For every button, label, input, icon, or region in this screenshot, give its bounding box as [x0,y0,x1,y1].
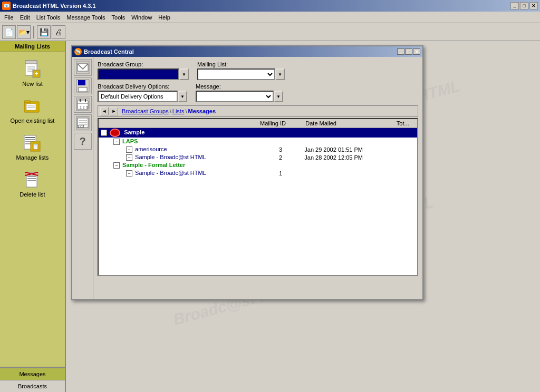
sample-group-icon [110,129,120,137]
broadcast-group-arrow[interactable]: ▼ [179,68,189,80]
sidebar-item-manage-lists[interactable]: 📋 Manage lists [2,130,63,163]
row-name-cell: − amerisource [99,145,258,153]
dialog-close-btn[interactable]: ✕ [413,48,420,55]
svg-text:1 2 3: 1 2 3 [80,105,88,109]
app-icon: 📧 [2,2,11,10]
delivery-options-group: Broadcast Delivery Options: Default Deli… [98,83,187,102]
row-date-cell [303,128,394,138]
table-row[interactable]: ▶ Sample [99,128,417,138]
mailing-list-select[interactable] [197,68,275,80]
expand-amerisource-btn[interactable]: − [126,146,132,153]
col-mailing-id-header: Mailing ID [258,119,303,128]
svg-rect-9 [26,104,36,110]
manage-lists-icon: 📋 [22,132,43,153]
sample-broadcast-label-2: Sample - Broadc@st HTML [135,170,206,176]
row-total-cell [394,145,417,153]
svg-rect-8 [24,101,31,103]
save-button[interactable]: 💾 [37,25,51,39]
message-select[interactable] [196,91,274,102]
dialog-maximize-btn[interactable]: □ [405,48,412,55]
messages-button[interactable]: Messages [0,368,65,380]
schedule-icon[interactable]: 1 2 3 [74,96,92,113]
row-date-cell: Jan 28 2002 12:05 PM [303,153,394,161]
sidebar-item-new-list[interactable]: + New list [2,56,63,89]
list-icon[interactable]: 123 [74,114,92,131]
mailing-list-arrow[interactable]: ▼ [275,68,285,80]
open-existing-list-label: Open existing list [11,117,55,124]
app-title: Broadcast HTML Version 4.3.1 [13,3,96,9]
expand-sample-btn[interactable]: ▶ [101,130,107,136]
menu-message-tools[interactable]: Message Tools [63,13,108,22]
broadcast-group-group: Broadcast Group: ▼ [98,61,189,80]
expand-sample-bc-btn[interactable]: − [126,154,132,161]
delivery-options-select[interactable]: Default Delivery Options [98,91,178,102]
sidebar-item-open-existing-list[interactable]: Open existing list [2,93,63,126]
row-mailing-id-cell [258,161,303,169]
new-button[interactable]: 📄 [2,25,16,39]
table-row[interactable]: − LAPS [99,138,417,145]
content-area: Broadc@st HTML Broadc@st HTML Broadc@st … [66,41,540,392]
sidebar: Mailing Lists + New list [0,41,66,392]
table-row[interactable]: − amerisource 3 Jan 29 2002 01:51 PM [99,145,417,153]
svg-text:123: 123 [77,124,84,129]
row-name-cell: − Sample - Broadc@st HTML [99,169,258,177]
menu-file[interactable]: File [1,13,17,22]
row-mailing-id-cell: 3 [258,145,303,153]
menu-tools[interactable]: Tools [109,13,129,22]
send-icon[interactable] [74,59,92,76]
broadcast-group-select[interactable] [98,68,179,80]
form-row-1: Broadcast Group: ▼ Mailing List: ▼ [98,61,418,80]
row-name-cell: − Sample - Broadc@st HTML [99,153,258,161]
table-row[interactable]: − Sample - Formal Letter [99,161,417,169]
broadcast-group-label: Broadcast Group: [98,61,189,67]
tree-area: Mailing ID Date Mailed Tot... ▶ [98,118,418,276]
tree-navigation: ◄ ► Broadcast Groups \ Lists \ Messages [98,105,418,117]
row-total-cell [394,128,417,138]
tree-back-btn[interactable]: ◄ [100,107,109,115]
open-button[interactable]: 📂▾ [17,25,31,39]
svg-rect-1 [25,61,37,64]
menu-window[interactable]: Window [128,13,155,22]
breadcrumb-lists[interactable]: Lists [172,108,185,114]
expand-formal-letter-btn[interactable]: − [113,162,120,169]
breadcrumb-messages: Messages [188,108,216,114]
main-toolbar: 📄 📂▾ 💾 🖨 [0,23,540,41]
message-group: Message: ▼ [196,83,283,102]
dialog-main-content: Broadcast Group: ▼ Mailing List: ▼ [93,57,422,299]
delete-list-label: Delete list [20,191,45,198]
col-name-header [99,119,258,128]
row-date-cell [303,138,394,145]
dialog-left-toolbar: 1 2 3 123 ? [72,57,93,299]
help-icon[interactable]: ? [74,133,92,150]
print-button[interactable]: 🖨 [52,25,65,39]
expand-laps-btn[interactable]: − [113,139,120,145]
message-arrow[interactable]: ▼ [274,91,283,102]
row-mailing-id-cell [258,138,303,145]
maximize-btn[interactable]: □ [520,2,528,9]
menu-list-tools[interactable]: List Tools [33,13,64,22]
sidebar-item-delete-list[interactable]: Delete list [2,167,63,200]
row-mailing-id-cell: 2 [258,153,303,161]
menu-bar: File Edit List Tools Message Tools Tools… [0,12,540,23]
expand-sample-bc2-btn[interactable]: − [126,170,132,177]
save-icon[interactable] [74,77,92,94]
dialog-minimize-btn[interactable]: _ [397,48,404,55]
menu-edit[interactable]: Edit [17,13,33,22]
breadcrumb-groups[interactable]: Broadcast Groups [122,108,169,114]
broadcasts-button[interactable]: Broadcasts [0,380,65,392]
delivery-options-control: Default Delivery Options ▼ [98,91,187,102]
svg-rect-29 [78,80,85,85]
close-btn[interactable]: ✕ [529,2,538,9]
menu-help[interactable]: Help [155,13,173,22]
table-row[interactable]: − Sample - Broadc@st HTML 2 Jan 28 2002 … [99,153,417,161]
row-date-cell [303,169,394,177]
broadcast-central-dialog: 📡 Broadcast Central _ □ ✕ [71,45,423,300]
delivery-options-arrow[interactable]: ▼ [178,91,187,102]
sample-broadcast-label-1: Sample - Broadc@st HTML [135,154,206,160]
tree-forward-btn[interactable]: ► [110,107,118,115]
new-list-label: New list [22,81,43,87]
row-name-cell: − Sample - Formal Letter [99,161,258,169]
minimize-btn[interactable]: _ [510,2,519,9]
mailing-list-control: ▼ [197,68,285,80]
table-row[interactable]: − Sample - Broadc@st HTML 1 [99,169,417,177]
